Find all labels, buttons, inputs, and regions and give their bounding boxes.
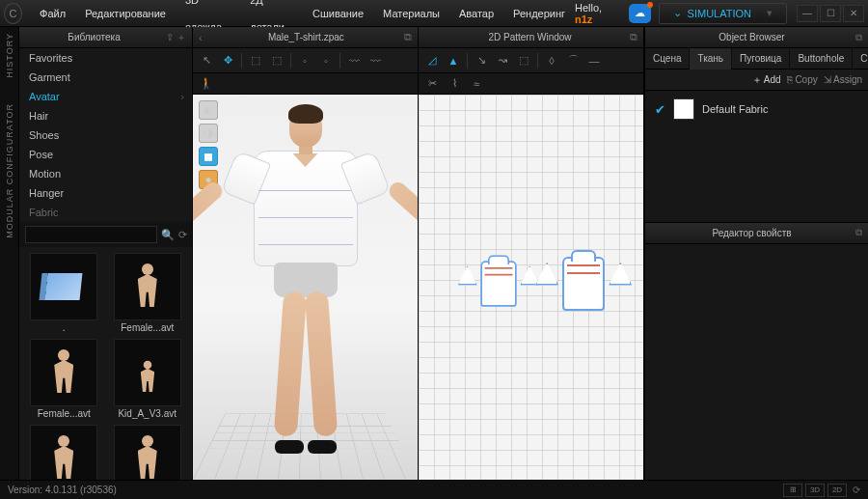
layout-2d-button[interactable]: 2D — [827, 484, 847, 497]
left-rail: HISTORY MODULAR CONFIGURATOR — [0, 27, 19, 480]
thumb-avatar[interactable] — [109, 425, 187, 480]
simulation-button[interactable]: ⌄SIMULATION▾ — [659, 3, 787, 24]
select-lasso-icon[interactable]: ⬚ — [267, 51, 286, 70]
tape-tool-icon[interactable]: 〰 — [366, 51, 385, 70]
cat-motion[interactable]: Motion — [19, 164, 192, 183]
refresh-icon[interactable]: ⟳ — [178, 229, 187, 241]
popout-icon[interactable]: ⧉ — [630, 31, 637, 43]
chevron-down-icon: ⌄ — [673, 7, 682, 19]
rect-tool-icon[interactable]: ⬚ — [514, 51, 533, 70]
menu-materials[interactable]: Материалы — [373, 0, 449, 27]
chevron-down-icon: ▾ — [767, 7, 773, 19]
library-title: Библиотека — [25, 32, 163, 42]
menu-rendering[interactable]: Рендеринг — [503, 0, 575, 27]
app-logo: C — [4, 3, 22, 24]
cat-pose[interactable]: Pose — [19, 145, 192, 164]
display-thick-icon[interactable]: ◼ — [199, 147, 218, 166]
subtoolbar-3d: 🚶 — [193, 73, 418, 95]
menubar: C Файл Редактирование 3D одежда 2Д детал… — [0, 0, 868, 27]
sewing-tool-icon[interactable]: ✂ — [422, 74, 442, 94]
thumb-avatar[interactable]: Female...avt — [109, 253, 187, 333]
edit-tool-icon[interactable]: ◿ — [422, 51, 442, 70]
pattern-group-front[interactable] — [457, 261, 539, 307]
modular-configurator-tab[interactable]: MODULAR CONFIGURATOR — [5, 103, 14, 238]
cat-shoes[interactable]: Shoes — [19, 125, 192, 145]
chevron-right-icon: › — [180, 91, 184, 102]
canvas-2d[interactable] — [419, 95, 643, 480]
curve-tool-icon[interactable]: ↝ — [493, 51, 512, 70]
measure-tool-icon[interactable]: 〰 — [344, 51, 364, 70]
cat-hanger[interactable]: Hanger — [19, 183, 192, 203]
cat-hair[interactable]: Hair — [19, 106, 192, 125]
pen-tool-icon[interactable]: ↘ — [472, 51, 491, 70]
tab-buttonhole[interactable]: Buttonhole — [790, 48, 853, 69]
window-maximize-button[interactable]: ☐ — [820, 5, 841, 22]
layout-3d-button[interactable]: 3D — [805, 484, 825, 497]
library-search-input[interactable] — [25, 226, 157, 243]
copy-button[interactable]: ⎘ Copy — [787, 74, 818, 85]
folder-icon — [45, 273, 83, 300]
transform-tool-icon[interactable]: ▲ — [444, 51, 463, 70]
toolbar-3d: ↖ ✥ ⬚ ⬚ ◦ ◦ 〰 〰 — [193, 48, 418, 73]
library-grid: . Female...avt Female...avt Kid_A_V3.avt — [19, 247, 192, 480]
window-minimize-button[interactable]: — — [797, 5, 818, 22]
cat-fabric[interactable]: Fabric — [19, 203, 192, 222]
dart-tool-icon[interactable]: ◊ — [542, 51, 561, 70]
upload-icon[interactable]: ⇪ — [166, 32, 174, 42]
history-tab[interactable]: HISTORY — [5, 33, 14, 78]
library-panel: Библиотека ⇪ ＋ Favorites Garment Avatar›… — [19, 27, 193, 480]
thumb-avatar[interactable] — [25, 425, 103, 480]
layout-split-button[interactable]: ⊞ — [783, 484, 802, 497]
library-categories: Favorites Garment Avatar› Hair Shoes Pos… — [19, 48, 192, 222]
tab-more[interactable]: Ст — [853, 48, 868, 69]
add-fabric-button[interactable]: ＋ Add — [752, 73, 781, 87]
select-box-icon[interactable]: ⬚ — [246, 51, 265, 70]
free-sewing-icon[interactable]: ⌇ — [445, 74, 464, 94]
tab-fabric[interactable]: Ткань — [690, 48, 732, 69]
thumb-folder[interactable]: . — [25, 253, 103, 333]
assign-button[interactable]: ⇲ Assign — [824, 74, 862, 85]
cat-garment[interactable]: Garment — [19, 68, 192, 87]
object-browser-title: Object Browser — [651, 32, 853, 42]
popout-icon[interactable]: ⧉ — [404, 31, 412, 43]
menu-avatar[interactable]: Аватар — [449, 0, 503, 27]
avatar-3d-model[interactable] — [219, 106, 393, 454]
subtoolbar-2d: ✂ ⌇ ≈ — [419, 73, 643, 95]
walk-icon[interactable]: 🚶 — [197, 74, 216, 94]
menu-sewing[interactable]: Сшивание — [303, 0, 373, 27]
thumb-avatar[interactable]: Female...avt — [25, 339, 103, 419]
pattern-group-back[interactable] — [535, 257, 632, 311]
fabric-item[interactable]: ✔ Default Fabric — [645, 91, 868, 127]
avatar-icon — [53, 435, 74, 480]
internal-line-icon[interactable]: ― — [584, 51, 604, 70]
chevron-left-icon[interactable]: ‹ — [199, 32, 203, 43]
display-shaded-icon[interactable]: ◐ — [199, 100, 218, 120]
move-tool-icon[interactable]: ✥ — [218, 51, 237, 70]
notch-tool-icon[interactable]: ⌒ — [563, 51, 583, 70]
viewport-3d: ‹ Male_T-shirt.zpac ⧉ ↖ ✥ ⬚ ⬚ ◦ ◦ 〰 〰 — [193, 27, 419, 480]
seam-tool-icon[interactable]: ≈ — [467, 74, 486, 94]
pin-tool-icon[interactable]: ◦ — [295, 51, 314, 70]
menu-file[interactable]: Файл — [30, 0, 75, 27]
refresh-icon[interactable]: ⟳ — [853, 485, 860, 495]
menu-edit[interactable]: Редактирование — [75, 0, 176, 27]
hello-user: Hello, n1z — [575, 2, 615, 25]
cat-favorites[interactable]: Favorites — [19, 48, 192, 68]
popout-icon[interactable]: ⧉ — [855, 227, 862, 238]
search-icon[interactable]: 🔍 — [161, 229, 175, 241]
popout-icon[interactable]: ⧉ — [855, 32, 862, 43]
cursor-tool-icon[interactable]: ↖ — [197, 51, 216, 70]
tack-tool-icon[interactable]: ◦ — [316, 51, 336, 70]
object-browser-panel: Object Browser ⧉ Сцена Ткань Пуговица Bu… — [644, 27, 868, 480]
canvas-3d[interactable]: ◐ ◑ ◼ ● — [193, 95, 418, 480]
cloud-sync-icon[interactable]: ☁ — [629, 4, 650, 23]
cat-avatar[interactable]: Avatar› — [19, 87, 192, 106]
object-browser-tabs: Сцена Ткань Пуговица Buttonhole Ст — [645, 48, 868, 69]
add-icon[interactable]: ＋ — [176, 31, 186, 44]
thumb-avatar[interactable]: Kid_A_V3.avt — [109, 339, 187, 419]
window-close-button[interactable]: ✕ — [843, 5, 864, 22]
avatar-icon — [53, 349, 74, 396]
tab-scene[interactable]: Сцена — [645, 48, 690, 69]
display-texture-icon[interactable]: ◑ — [199, 124, 218, 143]
tab-button[interactable]: Пуговица — [732, 48, 790, 69]
